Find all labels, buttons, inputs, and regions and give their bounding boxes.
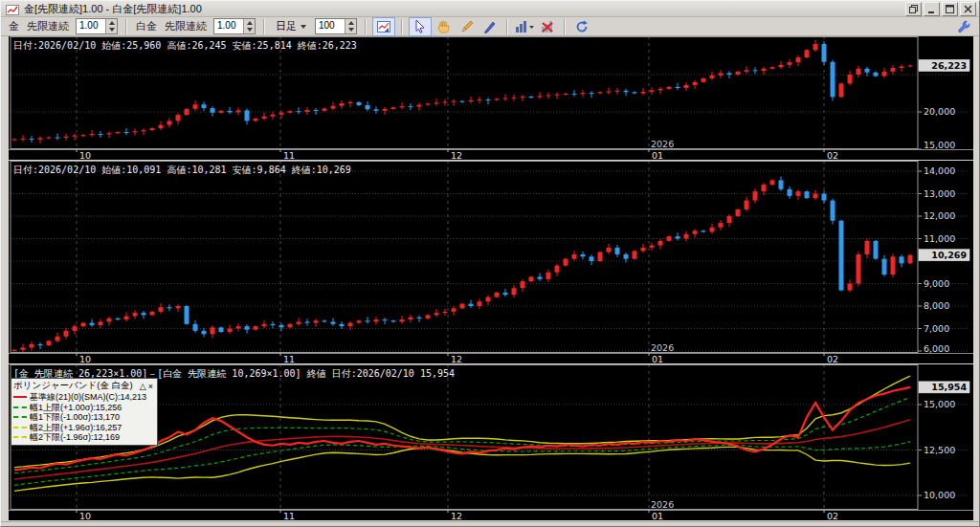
window-controls: [905, 2, 976, 16]
legend-line-marker: [13, 406, 27, 408]
time-axis: 1011120102: [9, 149, 973, 161]
indicator-legend: ボリンジャーバンド(金 白金) △ × 基準線(21)(0)(SMA)(C):1…: [11, 378, 158, 446]
bars-count-arrows[interactable]: [345, 19, 356, 33]
refresh-icon: [574, 19, 590, 34]
legend-row-label: 幅2上限(+1.96σ):16,257: [30, 423, 122, 433]
month-tick-label: 02: [827, 354, 838, 364]
month-tick-label: 02: [827, 511, 838, 521]
svg-text:10,000: 10,000: [924, 490, 955, 500]
settings-wrench-button[interactable]: [953, 18, 974, 35]
svg-text:8,000: 8,000: [924, 300, 949, 311]
svg-text:9,000: 9,000: [924, 278, 949, 289]
legend-line-marker: [13, 416, 27, 418]
month-tick-label: 10: [79, 354, 91, 364]
year-label: 2026: [651, 139, 674, 149]
chart-background: [9, 36, 973, 161]
period-dropdown-value: 日足: [276, 19, 297, 33]
pen-button[interactable]: [479, 18, 501, 35]
remove-indicator-button[interactable]: [537, 18, 558, 35]
legend-row: 幅1上限(+1.00σ):15,256: [13, 403, 154, 413]
month-tick-label: 11: [283, 511, 295, 521]
minimize-button[interactable]: [924, 2, 940, 16]
indicator-collapse-button[interactable]: △: [139, 382, 147, 391]
instrument1-series-label: 先限連続: [27, 19, 69, 33]
last-price-label: 10,269: [931, 250, 967, 260]
month-tick-label: 01: [652, 511, 663, 521]
float-window-button[interactable]: [905, 2, 922, 16]
toolbar-separator: [263, 19, 265, 34]
toolbar-separator: [564, 19, 566, 34]
svg-text:12,000: 12,000: [924, 210, 955, 221]
instrument2-name-label: 白金: [136, 19, 157, 33]
app-window: 金[先限連続]1.00 - 白金[先限連続]1.00 金 先限連続 1.00 白…: [0, 0, 980, 527]
toolbar-separator: [365, 19, 367, 34]
select-cursor-button[interactable]: [409, 17, 432, 36]
period-dropdown[interactable]: 日足: [273, 19, 309, 33]
svg-text:6,000: 6,000: [924, 343, 949, 354]
close-button[interactable]: [960, 2, 976, 16]
title-bar[interactable]: 金[先限連続]1.00 - 白金[先限連続]1.00: [1, 1, 979, 17]
indicator-close-button[interactable]: ×: [147, 382, 154, 391]
legend-row-label: 幅1上限(+1.00σ):15,256: [30, 403, 122, 413]
svg-text:11,000: 11,000: [924, 233, 955, 244]
svg-text:15,000: 15,000: [924, 399, 955, 409]
instrument1-ratio-arrows[interactable]: [105, 19, 117, 33]
chart-type-button[interactable]: [514, 18, 535, 35]
toolbar-separator: [401, 19, 403, 34]
status-strip: [1, 521, 979, 527]
gold-ohlc-info: 日付:2026/02/10 始値:25,960 高値:26,245 安値:25,…: [13, 39, 357, 53]
window-title: 金[先限連続]1.00 - 白金[先限連続]1.00: [24, 2, 905, 16]
year-label: 2026: [651, 499, 674, 510]
month-tick-label: 10: [79, 150, 91, 161]
month-tick-label: 12: [451, 150, 462, 161]
legend-row: 幅2下限(-1.96σ):12,169: [13, 432, 154, 443]
legend-row: 幅1下限(-1.00σ):13,170: [13, 412, 154, 423]
bar-chart-icon: [514, 19, 535, 34]
year-label: 2026: [651, 342, 674, 353]
legend-row-label: 幅1下限(-1.00σ):13,170: [30, 412, 120, 423]
svg-text:12,500: 12,500: [924, 445, 955, 455]
last-price-label: 26,223: [931, 60, 967, 71]
month-tick-label: 12: [451, 511, 462, 521]
toolbar: 金 先限連続 1.00 白金 先限連続 1.00 日足 100: [1, 17, 979, 36]
pan-hand-icon: [436, 19, 452, 34]
refresh-button[interactable]: [571, 18, 592, 35]
pen-icon: [482, 19, 498, 34]
legend-line-marker: [13, 427, 27, 428]
legend-line-marker: [13, 396, 27, 398]
chart-window-button[interactable]: [372, 17, 395, 36]
bars-count-spinner[interactable]: 100: [315, 18, 357, 34]
platinum-candlestick-panel[interactable]: 14,00013,00012,00011,0009,0008,0007,0006…: [9, 161, 973, 364]
svg-text:7,000: 7,000: [924, 323, 949, 334]
month-tick-label: 11: [283, 150, 295, 161]
svg-text:14,000: 14,000: [924, 165, 955, 176]
time-axis: 1011120102: [9, 353, 973, 364]
instrument2-ratio-arrows[interactable]: [243, 19, 255, 33]
month-tick-label: 12: [451, 354, 462, 364]
legend-row: 幅2上限(+1.96σ):16,257: [13, 423, 154, 433]
pencil-icon: [459, 19, 475, 34]
toolbar-separator: [125, 19, 127, 34]
indicator-legend-title: ボリンジャーバンド(金 白金): [13, 380, 133, 392]
remove-indicator-icon: [540, 19, 555, 34]
legend-row-label: 幅2下限(-1.96σ):12,169: [30, 432, 120, 443]
maximize-button[interactable]: [942, 2, 958, 16]
pencil-button[interactable]: [457, 18, 478, 35]
pan-hand-button[interactable]: [434, 18, 455, 35]
select-cursor-icon: [412, 19, 428, 34]
instrument1-ratio-value: 1.00: [77, 19, 105, 33]
gold-candlestick-panel[interactable]: 20,00015,00026,22310111201022026: [9, 36, 973, 161]
bars-count-value: 100: [316, 19, 345, 33]
month-tick-label: 11: [283, 354, 295, 364]
settings-wrench-icon: [956, 19, 971, 34]
month-tick-label: 01: [652, 354, 663, 364]
legend-row: 基準線(21)(0)(SMA)(C):14,213: [13, 392, 154, 403]
instrument1-name-label: 金: [9, 19, 19, 33]
legend-line-marker: [13, 436, 27, 438]
legend-row-label: 基準線(21)(0)(SMA)(C):14,213: [30, 392, 146, 403]
instrument2-ratio-spinner[interactable]: 1.00: [213, 18, 256, 34]
svg-text:13,000: 13,000: [924, 188, 955, 199]
month-tick-label: 10: [79, 511, 91, 521]
instrument1-ratio-spinner[interactable]: 1.00: [76, 18, 118, 34]
toolbar-separator: [506, 19, 508, 34]
